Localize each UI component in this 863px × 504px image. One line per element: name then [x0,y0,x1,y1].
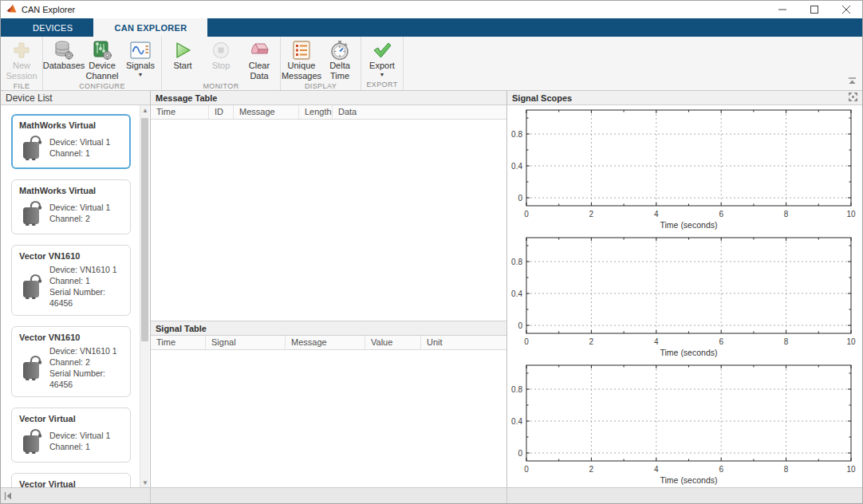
scrollbar-up-icon[interactable]: ▲ [140,105,150,115]
svg-text:2: 2 [589,337,594,346]
signals-dropdown-icon[interactable]: ▼ [138,71,144,78]
device-channel-label-line2: Channel [86,71,119,81]
device-card-3-vector-vn1610-ch2[interactable]: Vector VN1610 Device: VN1610 1Channel: 2… [11,326,131,397]
device-name: Vector Virtual [19,414,124,423]
databases-button[interactable]: Databases [45,38,83,71]
signal-table-body [151,350,506,487]
device-card-1-mathworks-virtual-ch2[interactable]: MathWorks Virtual Device: Virtual 1Chann… [11,179,131,234]
minimize-button[interactable] [766,1,798,18]
tables-panel: Message Table TimeIDMessageLengthData Si… [151,91,507,487]
message-table-column-message[interactable]: Message [234,105,299,119]
device-details: Device: Virtual 1Channel: 1 [49,136,110,159]
status-bar [1,487,862,503]
device-list-scroll-area: MathWorks Virtual Device: Virtual 1Chann… [1,105,150,487]
signal-scopes-title: Signal Scopes [512,93,572,103]
unique-messages-button[interactable]: UniqueMessages [282,38,321,81]
svg-text:0.4: 0.4 [511,417,522,426]
databases-icon [53,40,74,61]
device-list-scrollbar[interactable]: ▲ ▼ [140,105,149,487]
message-table-column-time[interactable]: Time [151,105,209,119]
device-card-4-vector-virtual-ch1[interactable]: Vector Virtual Device: Virtual 1Channel:… [11,408,131,463]
message-table-column-data[interactable]: Data [333,105,506,119]
group-label-display: DISPLAY [282,81,359,92]
device-name: MathWorks Virtual [19,186,124,195]
scrollbar-down-icon[interactable]: ▼ [140,478,150,487]
svg-text:4: 4 [654,465,659,474]
svg-text:4: 4 [654,337,659,346]
svg-text:8: 8 [784,210,789,219]
scrollbar-thumb[interactable] [141,118,148,341]
new-session-label-line2: Session [6,71,37,81]
device-details: Device: VN1610 1Channel: 2Serial Number:… [49,345,124,390]
scope-xlabel: Time (seconds) [660,475,718,485]
device-channel-label-line1: Device [89,61,116,71]
device-channel-button[interactable]: DeviceChannel [83,38,121,81]
export-button[interactable]: Export▼ [363,38,401,78]
delta-time-button[interactable]: DeltaTime [321,38,359,81]
status-bar-middle [151,488,507,503]
device-channel-icon [92,40,112,61]
scroll-left-step-icon[interactable] [4,489,13,503]
message-table: Message Table TimeIDMessageLengthData [151,91,506,321]
svg-text:0: 0 [518,321,522,330]
delta-time-label-line1: Delta [329,61,350,71]
device-card-0-mathworks-virtual-ch1[interactable]: MathWorks Virtual Device: Virtual 1Chann… [11,114,131,169]
toolstrip-tabs: DEVICES CAN EXPLORER [1,18,862,37]
device-name: Vector VN1610 [19,251,124,261]
tab-can-explorer[interactable]: CAN EXPLORER [93,18,207,37]
toolbar-group-display: UniqueMessagesDeltaTimeDISPLAY [281,37,361,90]
svg-text:0.8: 0.8 [511,130,522,139]
unique-messages-label-line2: Messages [282,71,321,81]
device-card-5-vector-virtual-ch2[interactable]: Vector Virtual Device: Virtual 1Channel:… [11,473,131,487]
signal-table-column-value[interactable]: Value [365,336,421,349]
export-dropdown-icon[interactable]: ▼ [380,71,385,78]
svg-text:10: 10 [846,337,856,346]
signal-table-column-time[interactable]: Time [151,336,206,349]
signal-scope-axes-3: 024681000.40.8Time (seconds) [507,360,862,488]
tab-devices[interactable]: DEVICES [12,18,93,37]
signal-scopes-panel: Signal Scopes 024681000.40.8Time (second… [507,91,862,487]
message-table-column-length[interactable]: Length [299,105,333,119]
message-table-title: Message Table [151,91,506,105]
signal-scope-axes-2: 024681000.40.8Time (seconds) [507,233,862,360]
signal-table: Signal Table TimeSignalMessageValueUnit [151,321,506,487]
signal-scope-axes-1: 024681000.40.8Time (seconds) [507,105,862,233]
maximize-panel-icon[interactable] [849,93,857,103]
export-label-line1: Export [369,61,395,71]
clear-data-label-line2: Data [250,71,268,81]
collapse-ribbon-icon[interactable] [848,73,857,88]
svg-text:0: 0 [518,194,522,203]
scopes-plot-area: 024681000.40.8Time (seconds)024681000.40… [507,105,862,488]
can-device-icon [19,353,46,382]
can-device-icon [19,272,46,301]
svg-text:8: 8 [784,465,789,474]
signal-table-column-signal[interactable]: Signal [206,336,286,349]
device-card-2-vector-vn1610-ch1[interactable]: Vector VN1610 Device: VN1610 1Channel: 1… [11,245,131,316]
title-bar: CAN Explorer [1,1,862,18]
signal-table-column-message[interactable]: Message [286,336,365,349]
message-table-column-id[interactable]: ID [209,105,234,119]
svg-text:10: 10 [846,210,856,219]
device-details: Device: VN1610 1Channel: 1Serial Number:… [49,264,124,309]
device-details: Device: Virtual 1Channel: 1 [49,430,110,452]
can-device-icon [19,133,46,162]
svg-text:10: 10 [846,465,856,474]
signal-table-title: Signal Table [151,321,506,336]
delta-time-icon [330,40,349,61]
start-label-line1: Start [173,61,191,71]
signal-table-column-unit[interactable]: Unit [421,336,506,349]
group-label-configure: CONFIGURE [45,81,160,92]
unique-messages-icon [292,40,311,61]
signals-button[interactable]: Signals▼ [121,38,160,78]
group-label-file: FILE [2,81,41,92]
start-button[interactable]: Start [164,38,202,71]
close-button[interactable] [830,1,862,18]
svg-text:0.4: 0.4 [511,162,522,171]
maximize-button[interactable] [798,1,830,18]
clear-data-button[interactable]: ClearData [240,38,278,81]
svg-text:8: 8 [784,337,789,346]
scope-xlabel: Time (seconds) [660,220,718,230]
toolstrip-ribbon: NewSessionFILE Databases DeviceChannel S… [1,37,862,91]
message-table-column-headers: TimeIDMessageLengthData [151,105,506,120]
signals-label-line1: Signals [126,61,155,71]
